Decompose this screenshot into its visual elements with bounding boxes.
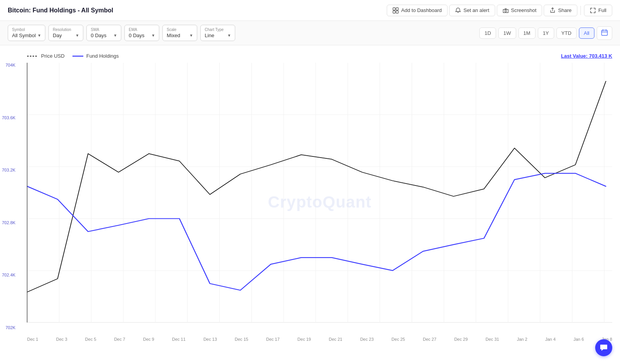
sma-dropdown[interactable]: SMA 0 Days ▼	[86, 25, 121, 41]
calendar-button[interactable]	[597, 26, 612, 40]
x-dec9: Dec 9	[143, 337, 154, 342]
time-all[interactable]: All	[579, 27, 594, 39]
price-line-icon	[27, 54, 38, 58]
ema-arrow: ▼	[151, 33, 155, 38]
svg-point-4	[505, 10, 506, 12]
time-1m[interactable]: 1M	[518, 27, 536, 39]
x-dec29: Dec 29	[454, 337, 468, 342]
chart-type-arrow: ▼	[227, 33, 231, 38]
toolbar-left: Symbol All Symbol ▼ Resolution Day ▼ SMA…	[8, 25, 235, 41]
main-chart-svg	[27, 63, 612, 330]
x-dec27: Dec 27	[423, 337, 436, 342]
price-usd-line	[27, 81, 606, 292]
chart-type-label: Chart Type	[205, 27, 231, 32]
x-dec1: Dec 1	[27, 337, 38, 342]
chart-container: Price USD Fund Holdings Last Value: 703.…	[0, 45, 620, 363]
header: Bitcoin: Fund Holdings - All Symbol Add …	[0, 0, 620, 21]
svg-rect-5	[602, 30, 608, 36]
chart-legend: Price USD Fund Holdings	[27, 53, 119, 59]
x-dec15: Dec 15	[235, 337, 248, 342]
y-left-3: 703.2K	[2, 168, 16, 172]
toolbar-right: 1D 1W 1M 1Y YTD All	[479, 26, 612, 40]
resolution-dropdown[interactable]: Resolution Day ▼	[48, 25, 83, 41]
toolbar: Symbol All Symbol ▼ Resolution Day ▼ SMA…	[0, 21, 620, 45]
dashboard-icon	[393, 7, 399, 14]
x-axis: Dec 1 Dec 3 Dec 5 Dec 7 Dec 9 Dec 11 Dec…	[27, 337, 612, 342]
resolution-label: Resolution	[53, 27, 79, 32]
add-dashboard-button[interactable]: Add to Dashboard	[387, 5, 448, 16]
time-ytd[interactable]: YTD	[556, 27, 577, 39]
y-left-1: 704K	[2, 63, 16, 67]
time-1w[interactable]: 1W	[498, 27, 516, 39]
fund-holdings-line	[27, 173, 606, 290]
x-dec23: Dec 23	[360, 337, 374, 342]
ema-label: EMA	[129, 27, 155, 32]
sma-arrow: ▼	[113, 33, 117, 38]
holdings-line-icon	[72, 54, 83, 58]
header-actions: Add to Dashboard Set an alert Screenshot…	[387, 5, 612, 16]
scale-arrow: ▼	[189, 33, 193, 38]
x-dec7: Dec 7	[114, 337, 125, 342]
x-jan4: Jan 4	[545, 337, 556, 342]
y-left-2: 703.6K	[2, 115, 16, 120]
camera-icon	[503, 7, 509, 14]
scale-label: Scale	[167, 27, 193, 32]
symbol-arrow: ▼	[37, 33, 41, 38]
y-left-6: 702K	[2, 325, 16, 330]
resolution-arrow: ▼	[75, 33, 79, 38]
symbol-value: All Symbol ▼	[12, 33, 41, 38]
chart-area: CryptoQuant 704K 703.6K 703.2K 702.8K 70…	[27, 63, 612, 342]
legend-holdings-label: Fund Holdings	[86, 53, 119, 59]
expand-icon	[590, 7, 596, 14]
time-1d[interactable]: 1D	[479, 27, 496, 39]
x-dec31: Dec 31	[486, 337, 499, 342]
x-dec5: Dec 5	[85, 337, 96, 342]
scale-value: Mixed ▼	[167, 33, 193, 38]
x-dec21: Dec 21	[329, 337, 343, 342]
chat-button[interactable]	[595, 339, 612, 356]
ema-dropdown[interactable]: EMA 0 Days ▼	[124, 25, 159, 41]
symbol-label: Symbol	[12, 27, 41, 32]
svg-rect-3	[396, 11, 398, 13]
chat-icon	[599, 343, 608, 352]
page-title: Bitcoin: Fund Holdings - All Symbol	[8, 7, 113, 14]
chart-type-dropdown[interactable]: Chart Type Line ▼	[200, 25, 235, 41]
x-dec19: Dec 19	[298, 337, 311, 342]
time-1y[interactable]: 1Y	[538, 27, 554, 39]
set-alert-button[interactable]: Set an alert	[449, 5, 495, 16]
x-dec25: Dec 25	[391, 337, 405, 342]
share-button[interactable]: Share	[544, 5, 577, 16]
resolution-value: Day ▼	[53, 33, 79, 38]
x-dec13: Dec 13	[203, 337, 217, 342]
divider	[580, 6, 581, 15]
legend-holdings: Fund Holdings	[72, 53, 119, 59]
screenshot-button[interactable]: Screenshot	[497, 5, 542, 16]
sma-label: SMA	[91, 27, 117, 32]
x-dec3: Dec 3	[56, 337, 67, 342]
svg-rect-2	[393, 11, 395, 13]
y-left-4: 702.8K	[2, 220, 16, 225]
x-dec17: Dec 17	[266, 337, 280, 342]
legend-price-label: Price USD	[41, 53, 65, 59]
last-value[interactable]: Last Value: 703.413 K	[561, 53, 612, 59]
x-jan2: Jan 2	[517, 337, 527, 342]
sma-value: 0 Days ▼	[91, 33, 117, 38]
bell-icon	[455, 7, 461, 14]
share-icon	[549, 7, 556, 14]
y-axis-left: 704K 703.6K 703.2K 702.8K 702.4K 702K	[2, 63, 16, 330]
calendar-icon	[601, 29, 608, 36]
full-button[interactable]: Full	[584, 5, 612, 16]
scale-dropdown[interactable]: Scale Mixed ▼	[162, 25, 197, 41]
x-jan6: Jan 6	[574, 337, 584, 342]
symbol-dropdown[interactable]: Symbol All Symbol ▼	[8, 25, 45, 41]
svg-rect-0	[393, 8, 395, 10]
x-dec11: Dec 11	[172, 337, 186, 342]
ema-value: 0 Days ▼	[129, 33, 155, 38]
chart-header: Price USD Fund Holdings Last Value: 703.…	[27, 53, 612, 59]
y-left-5: 702.4K	[2, 273, 16, 277]
svg-rect-1	[396, 8, 398, 10]
chart-type-value: Line ▼	[205, 33, 231, 38]
legend-price: Price USD	[27, 53, 65, 59]
